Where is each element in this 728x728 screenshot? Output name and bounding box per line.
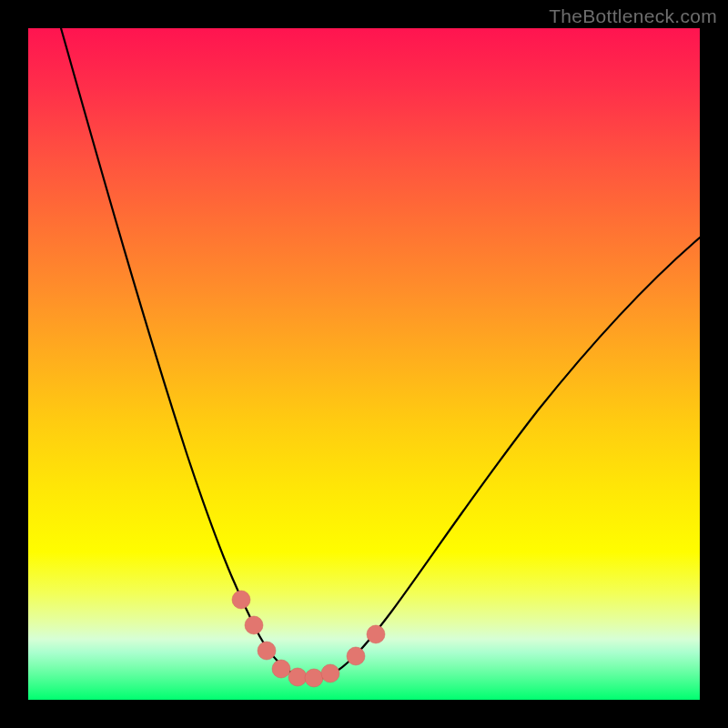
watermark-text: TheBottleneck.com bbox=[549, 5, 717, 27]
chart-plot-area bbox=[28, 28, 700, 700]
curve-marker bbox=[367, 625, 385, 643]
curve-marker bbox=[232, 591, 250, 609]
chart-frame: TheBottleneck.com bbox=[0, 0, 728, 728]
curve-marker bbox=[347, 647, 365, 665]
curve-marker bbox=[288, 668, 307, 686]
curve-marker bbox=[258, 642, 276, 660]
curve-marker bbox=[321, 664, 339, 682]
bottleneck-curve bbox=[61, 28, 700, 679]
curve-marker bbox=[245, 616, 263, 634]
curve-marker bbox=[305, 669, 323, 687]
marker-group bbox=[232, 591, 385, 687]
chart-svg bbox=[28, 28, 700, 700]
curve-marker bbox=[272, 660, 290, 678]
